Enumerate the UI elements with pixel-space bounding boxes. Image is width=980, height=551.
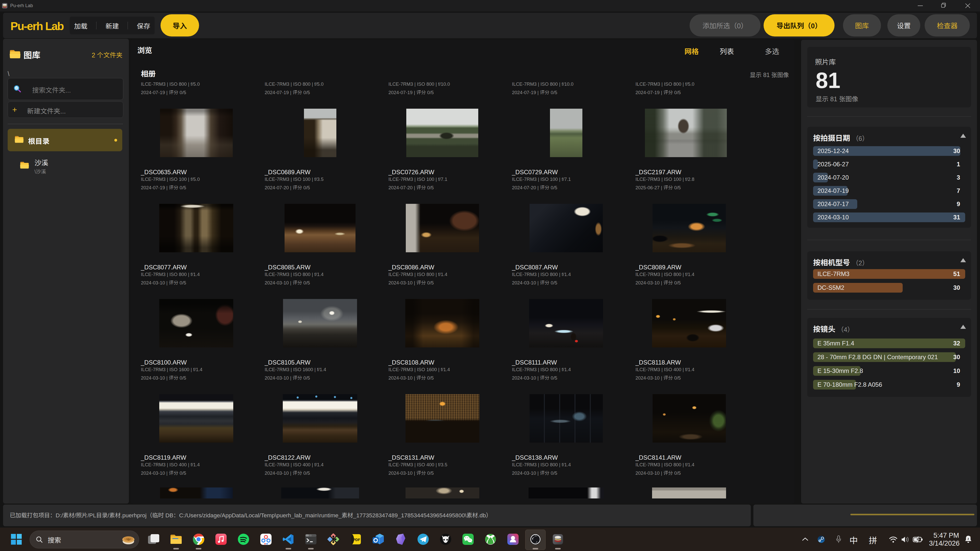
svg-text:PDF: PDF [353,538,360,542]
svg-text:z: z [969,536,971,538]
svg-text:z: z [967,537,969,540]
svg-text:π: π [127,537,130,541]
